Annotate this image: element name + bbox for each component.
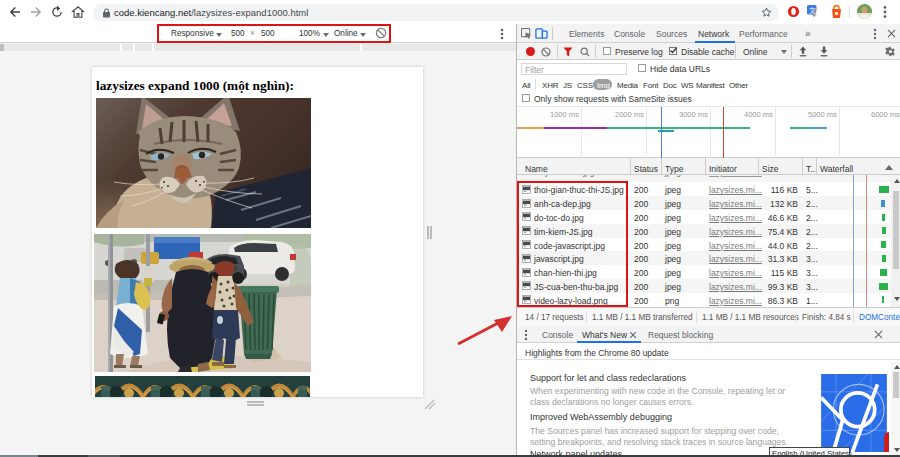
svg-text:文: 文 bbox=[809, 6, 816, 14]
